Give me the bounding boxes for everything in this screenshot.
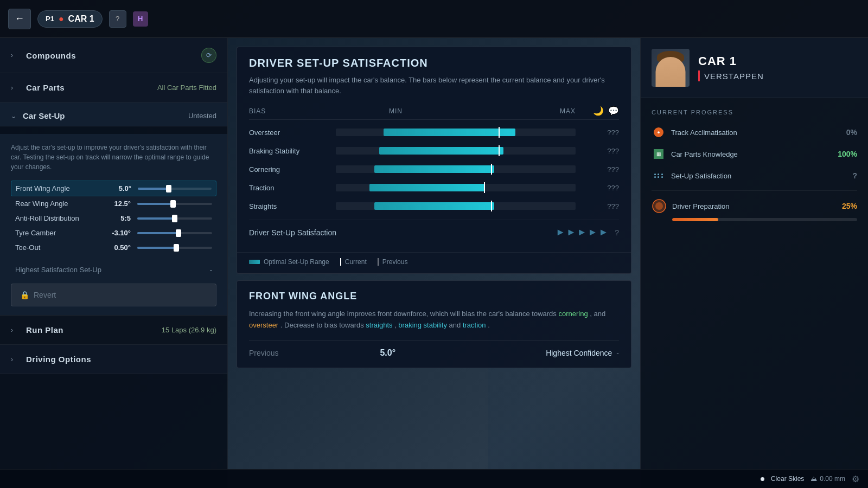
driver-satisfaction-row: Driver Set-Up Satisfaction ►►►►► ?	[249, 220, 619, 242]
fwa-braking-link[interactable]: braking stability	[398, 321, 447, 329]
setup-satisfaction-label: Set-Up Satisfaction	[671, 172, 847, 180]
rear-wing-value: 12.5°	[104, 200, 131, 208]
antiroll-value: 5:5	[104, 214, 131, 222]
setup-satisfaction-value: ?	[852, 171, 857, 180]
front-wing-thumb[interactable]	[166, 185, 171, 192]
car-parts-knowledge-label: Car Parts Knowledge	[671, 150, 832, 158]
driver-name: VERSTAPPEN	[704, 72, 764, 81]
balance-row-traction: Traction ???	[249, 178, 619, 197]
front-wing-track[interactable]	[138, 188, 212, 190]
help-icon: ?	[116, 15, 119, 23]
driving-options-label: Driving Options	[26, 355, 216, 364]
track-accl-icon: ●	[652, 125, 666, 139]
fwa-cornering-link[interactable]: cornering	[558, 310, 588, 318]
legend-previous-label: Previous	[382, 258, 408, 266]
camber-track[interactable]	[137, 232, 212, 234]
fwa-confidence-dash: -	[616, 349, 619, 357]
straights-bar-fill	[374, 202, 494, 210]
legend-row: Optimal Set-Up Range Current Previous	[237, 252, 631, 273]
slider-group: Front Wing Angle 5.0° Rear Wing Angle 12…	[11, 181, 216, 255]
rear-wing-track[interactable]	[137, 203, 212, 205]
satisfaction-help-icon[interactable]: ?	[615, 228, 619, 237]
fwa-current-value: 5.0°	[342, 348, 435, 358]
fwa-bottom-row: Previous 5.0° Highest Confidence -	[249, 340, 619, 358]
balance-row-braking: Braking Stability ???	[249, 142, 619, 160]
rear-wing-thumb[interactable]	[170, 200, 176, 208]
back-button[interactable]: ←	[8, 9, 31, 29]
highest-satisfaction-label: Highest Satisfaction Set-Up	[15, 266, 101, 274]
traction-unknown: ???	[576, 184, 619, 192]
col-max-header: MAX	[456, 107, 576, 115]
wind-icon: ⛰	[810, 475, 817, 483]
run-plan-section: › Run Plan 15 Laps (26.9 kg)	[0, 316, 227, 345]
dot1	[654, 174, 656, 175]
driving-options-header[interactable]: › Driving Options	[0, 345, 227, 374]
revert-button[interactable]: 🔒 Revert	[11, 284, 216, 306]
car-parts-label: Car Parts	[26, 83, 151, 92]
compounds-chevron-icon: ›	[11, 52, 20, 59]
track-accl-icon-inner: ●	[657, 130, 660, 135]
traction-label: Traction	[249, 184, 336, 192]
moon-icon[interactable]: 🌙	[593, 106, 604, 116]
slider-rear-wing[interactable]: Rear Wing Angle 12.5°	[11, 196, 216, 211]
oversteer-marker	[499, 127, 500, 138]
driver-prep-section: Driver Preparation 25%	[652, 190, 857, 221]
cornering-marker	[491, 164, 492, 175]
driver-prep-bar-fill	[672, 218, 718, 221]
left-sidebar: › Compounds ⟳ › Car Parts All Car Parts …	[0, 38, 228, 488]
driver-divider	[698, 70, 700, 81]
slider-toeout[interactable]: Toe-Out 0.50°	[11, 240, 216, 255]
toeout-fill	[137, 247, 176, 249]
run-plan-header[interactable]: › Run Plan 15 Laps (26.9 kg)	[0, 316, 227, 344]
front-wing-label: Front Wing Angle	[16, 184, 100, 192]
fwa-traction-link[interactable]: traction	[463, 321, 486, 329]
fwa-end: .	[488, 321, 490, 329]
track-accl-row: ● Track Acclimatisation 0%	[652, 125, 857, 139]
cornering-bar-fill	[374, 165, 494, 173]
nav-arrow-icon: ●	[59, 14, 64, 24]
balance-row-oversteer: Oversteer ???	[249, 123, 619, 142]
camber-thumb[interactable]	[176, 229, 181, 237]
compounds-header[interactable]: › Compounds ⟳	[0, 38, 227, 73]
antiroll-track[interactable]	[137, 217, 212, 220]
settings-icon[interactable]: ⚙	[852, 474, 859, 484]
run-plan-label: Run Plan	[26, 325, 155, 335]
main-content: DRIVER SET-UP SATISFACTION Adjusting you…	[228, 38, 640, 488]
braking-bar-area	[336, 145, 576, 156]
slider-antiroll[interactable]: Anti-Roll Distribution 5:5	[11, 211, 216, 226]
carsetup-title: Car Set-Up	[23, 111, 182, 120]
fwa-straights-link[interactable]: straights	[366, 321, 392, 329]
legend-current: Current	[340, 258, 367, 266]
track-accl-circle-icon: ●	[654, 127, 663, 137]
driver-prep-label: Driver Preparation	[672, 202, 837, 210]
run-plan-value: 15 Laps (26.9 kg)	[162, 326, 216, 334]
help-button[interactable]: ?	[109, 10, 126, 28]
setup-dots-icon	[654, 171, 663, 181]
fwa-oversteer-link[interactable]: oversteer	[249, 321, 278, 329]
toeout-track[interactable]	[137, 247, 212, 249]
driver-card: CAR 1 VERSTAPPEN	[641, 38, 868, 98]
driver-satisfaction-body: BIAS MIN MAX 🌙 💬 Oversteer ??? B	[237, 102, 631, 252]
status-wind: ⛰ 0.00 mm	[810, 475, 845, 483]
slider-camber[interactable]: Tyre Camber -3.10°	[11, 226, 216, 240]
toeout-thumb[interactable]	[174, 244, 179, 252]
antiroll-thumb[interactable]	[172, 215, 177, 222]
dot6	[661, 176, 663, 178]
driver-prep-value: 25%	[842, 202, 857, 210]
driver-avatar	[652, 49, 690, 87]
car-parts-header[interactable]: › Car Parts All Car Parts Fitted	[0, 73, 227, 102]
rear-wing-label: Rear Wing Angle	[15, 200, 99, 208]
toeout-label: Toe-Out	[15, 243, 99, 252]
braking-bar-fill	[379, 147, 504, 155]
fwa-and: and	[449, 321, 463, 329]
dot4	[654, 176, 656, 178]
progress-title: CURRENT PROGRESS	[652, 109, 857, 115]
carsetup-header[interactable]: ⌄ Car Set-Up Untested	[0, 102, 227, 126]
header-icons: 🌙 💬	[576, 106, 619, 116]
carsetup-section: ⌄ Car Set-Up Untested Adjust the car's s…	[0, 102, 227, 316]
carsetup-status: Untested	[188, 112, 216, 120]
avatar-face	[656, 57, 686, 87]
fwa-comma1: , and	[590, 310, 605, 318]
slider-front-wing[interactable]: Front Wing Angle 5.0°	[11, 181, 216, 196]
chat-icon[interactable]: 💬	[608, 106, 619, 116]
